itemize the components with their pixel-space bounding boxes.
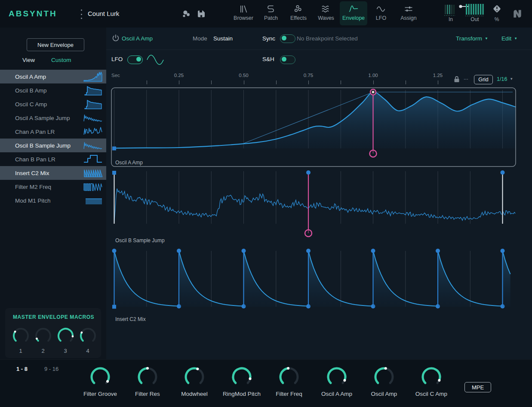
list-item[interactable]: Chan A Pan LR (0, 125, 106, 139)
knob-dial (373, 366, 395, 388)
sync-label: Sync (262, 35, 275, 42)
breakpoint-dot[interactable] (371, 249, 375, 253)
list-item[interactable]: Oscil C Amp (0, 97, 106, 111)
lfo-sine-icon[interactable] (146, 53, 166, 67)
perf-knob-filter-groove[interactable]: Filter Groove (77, 366, 124, 397)
browser-icon (238, 4, 249, 14)
new-envelope-button[interactable]: New Envelope (27, 38, 84, 51)
ruler-tick (373, 80, 374, 84)
mode-value[interactable]: Sustain (213, 35, 233, 42)
breakpoint-dot[interactable] (306, 249, 311, 253)
knob-dial (420, 366, 443, 388)
tab-label: Waves (318, 15, 334, 21)
power-icon[interactable] (111, 34, 120, 42)
tab-patch[interactable]: Patch (257, 1, 285, 25)
perf-knob-ringmod-pitch[interactable]: RingMod Pitch (218, 366, 265, 397)
perf-knob-filter-res[interactable]: Filter Res (124, 366, 171, 397)
sh-label: S&H (262, 56, 274, 62)
perf-knob-oscil-c-amp[interactable]: Oscil C Amp (408, 366, 455, 397)
envelope-lane-oscil-b-sample-jump[interactable]: Oscil B Sample Jump (111, 169, 516, 245)
sidebar-tab-custom[interactable]: Custom (51, 57, 71, 63)
selected-breakpoint-handle[interactable] (370, 150, 377, 157)
lock-icon[interactable] (453, 75, 461, 83)
chevron-down-icon: ▼ (510, 77, 513, 81)
breakpoint-dot[interactable] (242, 249, 246, 253)
ruler-more-menu[interactable]: ... (464, 74, 468, 81)
sync-toggle[interactable] (280, 34, 295, 43)
envelope-item-label: Oscil B Amp (15, 87, 83, 94)
macro-knob-4[interactable]: 4 (78, 326, 98, 354)
perf-knob-modwheel[interactable]: Modwheel (171, 366, 218, 397)
grid-button[interactable]: Grid (474, 75, 493, 84)
mpe-button[interactable]: MPE (464, 382, 491, 392)
perf-knob-oscil-amp[interactable]: Oscil Amp (360, 366, 408, 397)
breakpoint-dot[interactable] (436, 249, 440, 253)
transform-dropdown[interactable]: Transform▼ (456, 35, 488, 42)
tab-lfo[interactable]: LFO (367, 1, 395, 25)
ruler-tick (406, 80, 406, 84)
envelope-name[interactable]: Oscil A Amp (122, 35, 153, 42)
list-item[interactable]: Chan B Pan LR (0, 152, 106, 166)
save-icon[interactable] (196, 8, 207, 19)
tab-effects[interactable]: Effects (285, 1, 312, 25)
perf-knob-filter-freq[interactable]: Filter Freq (265, 366, 313, 397)
lfo-sh-row: LFO S&H (106, 50, 532, 70)
envelope-item-label: Oscil A Amp (15, 74, 83, 80)
page-tab-2[interactable]: 9 - 16 (44, 366, 58, 372)
envelope-sidebar: New Envelope ViewCustom Oscil A AmpOscil… (0, 28, 107, 359)
breakpoint-dot[interactable] (112, 249, 117, 253)
tab-assign[interactable]: Assign (395, 1, 422, 25)
perf-knob-label: RingMod Pitch (218, 391, 265, 397)
tab-browser[interactable]: Browser (230, 1, 257, 25)
tab-envelope[interactable]: Envelope (340, 1, 367, 25)
list-item[interactable]: Filter M2 Freq (0, 180, 106, 194)
cpu-warning-icon[interactable] (491, 3, 503, 15)
list-item[interactable]: Oscil B Amp (0, 83, 106, 97)
list-item[interactable]: Oscil A Amp (0, 70, 106, 83)
macro-knob-label: 3 (55, 348, 75, 354)
envelope-lane-insert-c2-mix[interactable]: Insert C2 Mix (111, 247, 516, 331)
breakpoint-square[interactable] (112, 171, 116, 175)
breakpoint-square[interactable] (112, 305, 116, 309)
time-ruler[interactable]: Sec ... Grid 1/16▼ 0.250.500.751.001.25 (106, 71, 532, 86)
edit-dropdown[interactable]: Edit▼ (501, 35, 517, 42)
knob-dial (278, 366, 300, 388)
ruler-time-label: 0.25 (174, 73, 184, 78)
tab-waves[interactable]: Waves (312, 1, 340, 25)
envelope-icon (348, 4, 359, 14)
sidebar-tab-view[interactable]: View (22, 57, 35, 63)
envelope-thumbnail (83, 126, 103, 137)
list-item[interactable]: Oscil B Sample Jump (0, 139, 106, 152)
share-icon[interactable] (181, 8, 192, 19)
patch-menu-icon[interactable] (80, 9, 83, 19)
envelope-item-label: Filter M2 Freq (15, 184, 83, 190)
ruler-unit-label: Sec (111, 73, 120, 78)
breakpoint-dot[interactable] (177, 249, 181, 253)
envelope-item-label: Oscil A Sample Jump (15, 115, 83, 121)
macro-knob-1[interactable]: 1 (11, 326, 31, 354)
sample-hold-toggle[interactable] (280, 56, 295, 64)
grid-division-dropdown[interactable]: 1/16▼ (497, 76, 513, 82)
breakpoint-dot[interactable] (501, 249, 505, 253)
envelope-item-label: Chan B Pan LR (15, 156, 83, 163)
knob-dial (183, 366, 206, 388)
lfo-toggle[interactable] (127, 56, 143, 64)
macro-knob-2[interactable]: 2 (33, 326, 53, 354)
list-item[interactable]: Oscil A Sample Jump (0, 111, 106, 125)
sample-hold-toggle-knob (282, 57, 286, 62)
page-tab-1[interactable]: 1 - 8 (16, 366, 28, 372)
breakpoint-dot[interactable] (501, 170, 505, 175)
breakpoint-dot[interactable] (306, 170, 311, 175)
sync-toggle-knob (282, 36, 286, 40)
breakpoint-status: No Breakpoint Selected (297, 35, 358, 42)
list-item[interactable]: Mod M1 Pitch (0, 194, 106, 207)
macro-knob-label: 4 (78, 348, 98, 354)
macro-knob-3[interactable]: 3 (55, 326, 75, 354)
patch-name[interactable]: Count Lurk (88, 10, 119, 17)
breakpoint-square[interactable] (112, 147, 116, 151)
perf-knob-oscil-a-amp[interactable]: Oscil A Amp (313, 366, 360, 397)
selected-breakpoint-handle[interactable] (305, 230, 312, 237)
envelope-thumbnail (83, 181, 103, 192)
envelope-lane-oscil-a-amp[interactable]: Oscil A Amp (111, 87, 516, 167)
list-item[interactable]: Insert C2 Mix (0, 166, 106, 180)
